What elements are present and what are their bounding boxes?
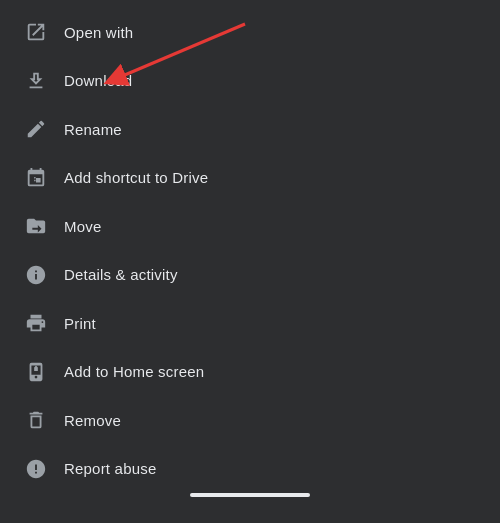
menu-item-print[interactable]: Print	[0, 299, 500, 348]
menu-item-download[interactable]: Download	[0, 57, 500, 106]
bottom-handle	[190, 493, 310, 497]
menu-item-open-with[interactable]: Open with	[0, 8, 500, 57]
menu-item-move[interactable]: Move	[0, 202, 500, 251]
context-menu: Open with Download Rename	[0, 0, 500, 523]
shortcut-icon	[24, 166, 48, 190]
download-icon	[24, 69, 48, 93]
add-home-icon	[24, 360, 48, 384]
report-label: Report abuse	[64, 460, 156, 477]
add-home-label: Add to Home screen	[64, 363, 204, 380]
move-icon	[24, 214, 48, 238]
open-with-icon	[24, 20, 48, 44]
menu-item-report[interactable]: Report abuse	[0, 445, 500, 494]
remove-label: Remove	[64, 412, 121, 429]
rename-label: Rename	[64, 121, 122, 138]
open-with-label: Open with	[64, 24, 133, 41]
menu-item-details[interactable]: Details & activity	[0, 251, 500, 300]
menu-item-add-home[interactable]: Add to Home screen	[0, 348, 500, 397]
details-label: Details & activity	[64, 266, 178, 283]
remove-icon	[24, 408, 48, 432]
menu-item-rename[interactable]: Rename	[0, 105, 500, 154]
print-icon	[24, 311, 48, 335]
download-label: Download	[64, 72, 132, 89]
rename-icon	[24, 117, 48, 141]
move-label: Move	[64, 218, 101, 235]
menu-item-add-shortcut[interactable]: Add shortcut to Drive	[0, 154, 500, 203]
report-icon	[24, 457, 48, 481]
print-label: Print	[64, 315, 96, 332]
details-icon	[24, 263, 48, 287]
menu-item-remove[interactable]: Remove	[0, 396, 500, 445]
add-shortcut-label: Add shortcut to Drive	[64, 169, 208, 186]
